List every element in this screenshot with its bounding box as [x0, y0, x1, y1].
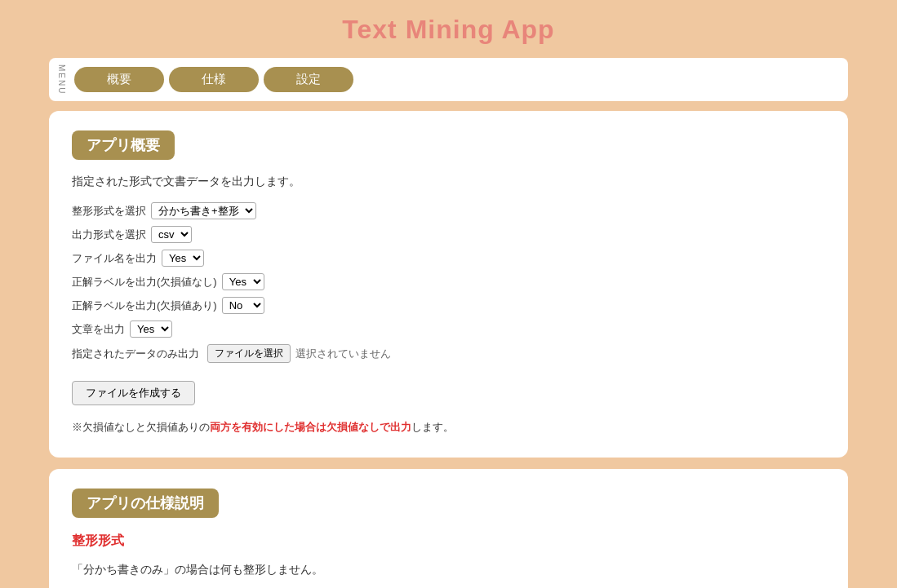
file-not-selected-text: 選択されていません — [295, 347, 391, 361]
text-output-select[interactable]: Yes No — [130, 321, 172, 338]
spec-line1: 「分かち書きのみ」の場合は何も整形しません。 — [72, 559, 825, 580]
label-no-missing-select[interactable]: Yes No — [222, 273, 264, 290]
spec-subtitle: 整形形式 — [72, 533, 825, 550]
tab-overview[interactable]: 概要 — [74, 67, 164, 92]
file-select-row: 指定されたデータのみ出力 ファイルを選択 選択されていません — [72, 344, 825, 363]
navigation-bar: MENU 概要 仕様 設定 — [49, 58, 848, 101]
label-with-missing-label: 正解ラベルを出力(欠損値あり) — [72, 298, 217, 313]
spec-body: 「分かち書きのみ」の場合は何も整形しません。 「分かち書き+整形」の場合は以下の… — [72, 559, 825, 588]
filename-output-select[interactable]: Yes No — [162, 250, 204, 267]
label-no-missing-row: 正解ラベルを出力(欠損値なし) Yes No — [72, 273, 825, 290]
file-select-button[interactable]: ファイルを選択 — [207, 344, 291, 363]
main-content: アプリ概要 指定された形式で文書データを出力します。 整形形式を選択 分かち書き… — [49, 111, 848, 588]
filename-output-label: ファイル名を出力 — [72, 251, 157, 266]
note-text: ※欠損値なしと欠損値ありの両方を有効にした場合は欠損値なしで出力します。 — [72, 420, 825, 435]
tab-spec[interactable]: 仕様 — [169, 67, 259, 92]
overview-card-title: アプリ概要 — [72, 130, 175, 160]
create-file-button[interactable]: ファイルを作成する — [72, 381, 195, 405]
format-select-label: 整形形式を選択 — [72, 204, 146, 219]
label-with-missing-select[interactable]: No Yes — [222, 297, 264, 314]
filename-output-row: ファイル名を出力 Yes No — [72, 250, 825, 267]
overview-card: アプリ概要 指定された形式で文書データを出力します。 整形形式を選択 分かち書き… — [49, 111, 848, 458]
output-format-label: 出力形式を選択 — [72, 228, 146, 242]
spec-card: アプリの仕様説明 整形形式 「分かち書きのみ」の場合は何も整形しません。 「分か… — [49, 469, 848, 588]
note-after: します。 — [411, 421, 454, 433]
spec-card-title: アプリの仕様説明 — [72, 489, 219, 518]
format-select-row: 整形形式を選択 分かち書き+整形 — [72, 202, 825, 219]
text-output-row: 文章を出力 Yes No — [72, 321, 825, 338]
label-with-missing-row: 正解ラベルを出力(欠損値あり) No Yes — [72, 297, 825, 314]
format-select[interactable]: 分かち書き+整形 — [151, 202, 256, 219]
app-title: Text Mining App — [0, 0, 897, 58]
file-select-label: 指定されたデータのみ出力 — [72, 347, 199, 361]
note-before: ※欠損値なしと欠損値ありの — [72, 421, 210, 433]
output-format-select[interactable]: csv — [151, 226, 192, 243]
text-output-label: 文章を出力 — [72, 322, 125, 337]
label-no-missing-label: 正解ラベルを出力(欠損値なし) — [72, 275, 217, 290]
overview-description: 指定された形式で文書データを出力します。 — [72, 175, 825, 189]
menu-label: MENU — [57, 64, 66, 95]
tab-settings[interactable]: 設定 — [264, 67, 353, 92]
output-format-row: 出力形式を選択 csv — [72, 226, 825, 243]
note-highlight: 両方を有効にした場合は欠損値なしで出力 — [210, 421, 411, 433]
